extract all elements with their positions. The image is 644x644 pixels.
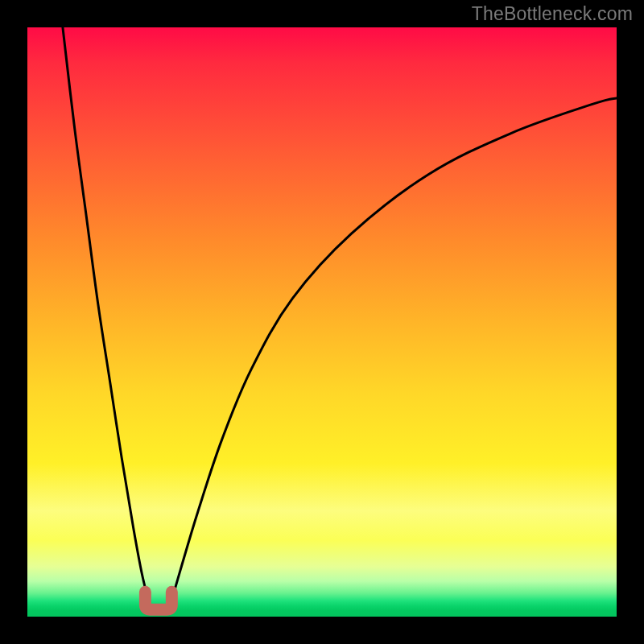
chart-svg — [27, 27, 617, 617]
curve-left-branch — [63, 27, 151, 611]
optimal-marker — [145, 592, 171, 609]
watermark-text: TheBottleneck.com — [472, 3, 633, 25]
plot-area — [27, 27, 617, 617]
curve-right-branch — [169, 98, 617, 611]
chart-frame: TheBottleneck.com — [0, 0, 644, 644]
